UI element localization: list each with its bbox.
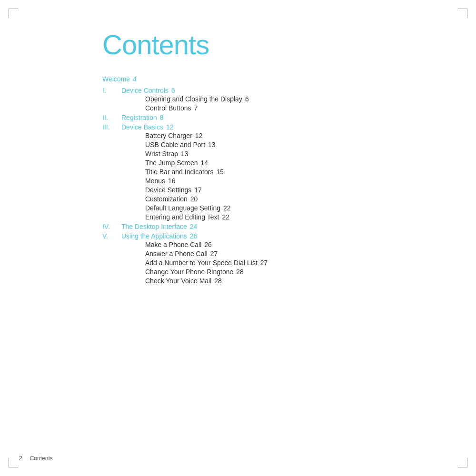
subsection-title: Customization [145,196,188,202]
list-item: Battery Charger 12 [145,132,457,139]
section-5-num: V. [102,233,121,239]
subsection-page: 26 [204,241,212,248]
toc-welcome: Welcome 4 [102,76,457,82]
subsection-page: 13 [208,141,216,148]
list-item: Device Settings 17 [145,187,457,193]
list-item: Customization 20 [145,196,457,202]
subsection-page: 14 [201,159,208,166]
section-2-header: II. Registration 8 [102,114,457,121]
section-5-title: Using the Applications [121,233,187,239]
subsection-title: Opening and Closing the Display [145,96,242,102]
section-5-header: V. Using the Applications 26 [102,233,457,239]
toc-section-3: III. Device Basics 12 Battery Charger 12… [102,124,457,220]
list-item: Add a Number to Your Speed Dial List 27 [145,259,457,266]
list-item: Default Language Setting 22 [145,205,457,211]
list-item: Entering and Editing Text 22 [145,214,457,220]
toc-section-5: V. Using the Applications 26 Make a Phon… [102,233,457,284]
footer-page-number: 2 [19,455,22,462]
page-footer: 2 Contents [19,455,53,462]
page-title: Contents [102,29,457,60]
welcome-page: 4 [133,76,137,82]
section-4-header: IV. The Desktop Interface 24 [102,223,457,230]
list-item: Wrist Strap 13 [145,150,457,157]
subsection-title: Change Your Phone Ringtone [145,268,233,275]
subsection-title: USB Cable and Port [145,141,205,148]
section-1-page: 6 [171,87,175,94]
section-2-num: II. [102,114,121,121]
subsection-page: 20 [190,196,198,202]
subsection-title: Menus [145,178,165,184]
corner-mark-top-left [9,9,18,18]
subsection-title: Device Settings [145,187,191,193]
subsection-title: Check Your Voice Mail [145,278,211,284]
subsection-title: Control Buttons [145,105,191,111]
section-4-num: IV. [102,223,121,230]
subsection-title: Make a Phone Call [145,241,201,248]
subsection-page: 28 [214,278,222,284]
list-item: Change Your Phone Ringtone 28 [145,268,457,275]
subsection-page: 28 [236,268,244,275]
page-content: Contents Welcome 4 I. Device Controls 6 … [102,29,457,287]
subsection-title: Entering and Editing Text [145,214,219,220]
list-item: USB Cable and Port 13 [145,141,457,148]
section-1-num: I. [102,87,121,94]
subsection-title: Answer a Phone Call [145,250,208,257]
section-1-header: I. Device Controls 6 [102,87,457,94]
footer-label: Contents [30,455,53,462]
list-item: Make a Phone Call 26 [145,241,457,248]
section-3-header: III. Device Basics 12 [102,124,457,130]
subsection-page: 16 [168,178,176,184]
toc-section-4: IV. The Desktop Interface 24 [102,223,457,230]
section-3-num: III. [102,124,121,130]
section-3-title: Device Basics [121,124,163,130]
section-4-title: The Desktop Interface [121,223,187,230]
section-1-subsections: Opening and Closing the Display 6 Contro… [145,96,457,111]
subsection-title: Add a Number to Your Speed Dial List [145,259,258,266]
subsection-page: 12 [195,132,203,139]
subsection-page: 27 [210,250,218,257]
toc-section-1: I. Device Controls 6 Opening and Closing… [102,87,457,111]
toc-section-2: II. Registration 8 [102,114,457,121]
subsection-page: 22 [223,205,231,211]
list-item: Answer a Phone Call 27 [145,250,457,257]
subsection-page: 6 [245,96,249,102]
subsection-title: Title Bar and Indicators [145,169,213,175]
list-item: Control Buttons 7 [145,105,457,111]
subsection-title: Default Language Setting [145,205,220,211]
section-5-page: 26 [190,233,198,239]
subsection-page: 27 [260,259,268,266]
subsection-page: 13 [181,150,188,157]
subsection-page: 17 [194,187,202,193]
section-2-title: Registration [121,114,157,121]
corner-mark-top-right [458,9,467,18]
list-item: Opening and Closing the Display 6 [145,96,457,102]
list-item: Title Bar and Indicators 15 [145,169,457,175]
section-4-page: 24 [190,223,198,230]
section-5-subsections: Make a Phone Call 26 Answer a Phone Call… [145,241,457,284]
section-3-subsections: Battery Charger 12 USB Cable and Port 13… [145,132,457,220]
subsection-page: 7 [194,105,198,111]
list-item: Check Your Voice Mail 28 [145,278,457,284]
subsection-title: Wrist Strap [145,150,178,157]
welcome-title: Welcome [102,76,130,82]
subsection-title: Battery Charger [145,132,192,139]
list-item: The Jump Screen 14 [145,159,457,166]
table-of-contents: Welcome 4 I. Device Controls 6 Opening a… [102,76,457,284]
subsection-title: The Jump Screen [145,159,198,166]
corner-mark-bottom-right [458,458,467,467]
list-item: Menus 16 [145,178,457,184]
section-3-page: 12 [166,124,174,130]
subsection-page: 22 [222,214,229,220]
corner-mark-bottom-left [9,458,18,467]
section-1-title: Device Controls [121,87,169,94]
subsection-page: 15 [216,169,224,175]
section-2-page: 8 [160,114,164,121]
